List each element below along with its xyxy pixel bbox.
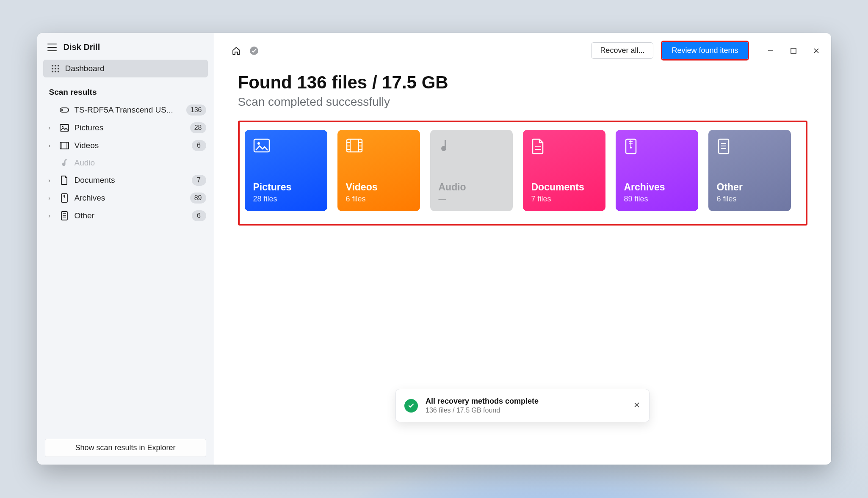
audio-icon [59, 158, 69, 168]
count-badge: 6 [192, 210, 206, 221]
highlight-category-cards: Pictures 28 files Videos 6 files [238, 121, 807, 226]
card-count: 28 files [253, 195, 319, 204]
chevron-right-icon: › [45, 177, 54, 184]
document-icon [59, 175, 69, 185]
card-title: Audio [439, 182, 504, 193]
highlight-review-button: Review found items [661, 41, 749, 61]
window-maximize-icon[interactable] [790, 47, 797, 55]
sidebar-item-label: Videos [75, 141, 187, 150]
dashboard-label: Dashboard [65, 64, 105, 73]
chevron-right-icon: › [45, 142, 54, 149]
count-badge: 89 [190, 193, 206, 204]
status-toast: All recovery methods complete 136 files … [395, 389, 650, 422]
video-icon [346, 138, 363, 155]
window-close-icon[interactable] [813, 47, 820, 55]
sidebar-item-other[interactable]: › Other 6 [37, 207, 214, 225]
main-panel: Recover all... Review found items Found … [214, 33, 831, 465]
sidebar-item-videos[interactable]: › Videos 6 [37, 137, 214, 154]
card-count: 6 files [346, 195, 412, 204]
card-title: Other [717, 182, 782, 193]
audio-icon [439, 138, 456, 155]
home-icon[interactable] [231, 46, 241, 56]
sidebar-item-label: Documents [75, 176, 187, 185]
recover-all-button[interactable]: Recover all... [591, 42, 653, 59]
sidebar-item-dashboard[interactable]: Dashboard [43, 60, 208, 77]
app-window: Disk Drill Dashboard Scan results › TS-R… [37, 33, 831, 465]
archive-icon [59, 193, 69, 203]
sidebar-item-label: Archives [75, 193, 185, 203]
svg-rect-4 [60, 142, 69, 149]
other-icon [59, 211, 69, 221]
video-icon [59, 140, 69, 151]
sidebar-item-label: Other [75, 211, 187, 220]
sidebar-header: Disk Drill [37, 33, 214, 60]
chevron-right-icon: › [45, 124, 54, 131]
toast-subtitle: 136 files / 17.5 GB found [426, 407, 625, 414]
svg-rect-11 [791, 48, 796, 53]
card-title: Documents [531, 182, 597, 193]
sidebar: Disk Drill Dashboard Scan results › TS-R… [37, 33, 214, 465]
scan-results-heading: Scan results [37, 77, 214, 101]
card-count: — [439, 195, 504, 204]
grid-icon [52, 65, 59, 72]
card-other[interactable]: Other 6 files [708, 130, 791, 211]
device-label: TS-RDF5A Transcend US... [75, 105, 181, 115]
card-documents[interactable]: Documents 7 files [523, 130, 605, 211]
chevron-right-icon: › [45, 212, 54, 219]
device-badge: 136 [186, 105, 206, 116]
card-audio[interactable]: Audio — [430, 130, 513, 211]
card-title: Pictures [253, 182, 319, 193]
sidebar-device-row[interactable]: › TS-RDF5A Transcend US... 136 [37, 101, 214, 119]
count-badge: 28 [190, 122, 206, 133]
other-icon [717, 138, 734, 155]
usb-drive-icon [59, 105, 69, 115]
chevron-right-icon: › [45, 195, 54, 201]
archive-icon [624, 138, 641, 155]
sidebar-item-documents[interactable]: › Documents 7 [37, 171, 214, 189]
toast-close-icon[interactable] [633, 401, 641, 410]
card-title: Archives [624, 182, 690, 193]
picture-icon [253, 138, 270, 155]
status-check-icon[interactable] [249, 46, 259, 56]
card-archives[interactable]: Archives 89 files [616, 130, 698, 211]
sidebar-item-archives[interactable]: › Archives 89 [37, 189, 214, 207]
sidebar-item-pictures[interactable]: › Pictures 28 [37, 119, 214, 137]
picture-icon [59, 123, 69, 133]
svg-rect-8 [61, 212, 67, 220]
sidebar-item-label: Pictures [75, 123, 185, 132]
card-count: 6 files [717, 195, 782, 204]
count-badge: 6 [192, 140, 206, 151]
success-check-icon [404, 399, 418, 413]
category-cards: Pictures 28 files Videos 6 files [245, 130, 801, 211]
page-title: Found 136 files / 17.5 GB [238, 72, 807, 93]
hamburger-icon[interactable] [47, 44, 57, 51]
app-title: Disk Drill [64, 42, 100, 52]
card-count: 89 files [624, 195, 690, 204]
sidebar-item-audio[interactable]: › Audio [37, 154, 214, 171]
review-found-items-button[interactable]: Review found items [662, 42, 747, 59]
count-badge: 7 [192, 175, 206, 186]
svg-point-13 [257, 142, 260, 145]
sidebar-item-label: Audio [75, 158, 206, 168]
show-in-explorer-button[interactable]: Show scan results in Explorer [45, 439, 206, 457]
svg-point-29 [630, 147, 632, 149]
card-videos[interactable]: Videos 6 files [337, 130, 420, 211]
toolbar: Recover all... Review found items [214, 33, 831, 68]
card-title: Videos [346, 182, 412, 193]
svg-point-3 [62, 126, 63, 127]
toast-title: All recovery methods complete [426, 397, 625, 406]
window-minimize-icon[interactable] [767, 47, 774, 55]
card-pictures[interactable]: Pictures 28 files [245, 130, 327, 211]
card-count: 7 files [531, 195, 597, 204]
document-icon [531, 138, 548, 155]
page-subtitle: Scan completed successfully [238, 95, 807, 109]
svg-rect-1 [61, 109, 63, 111]
